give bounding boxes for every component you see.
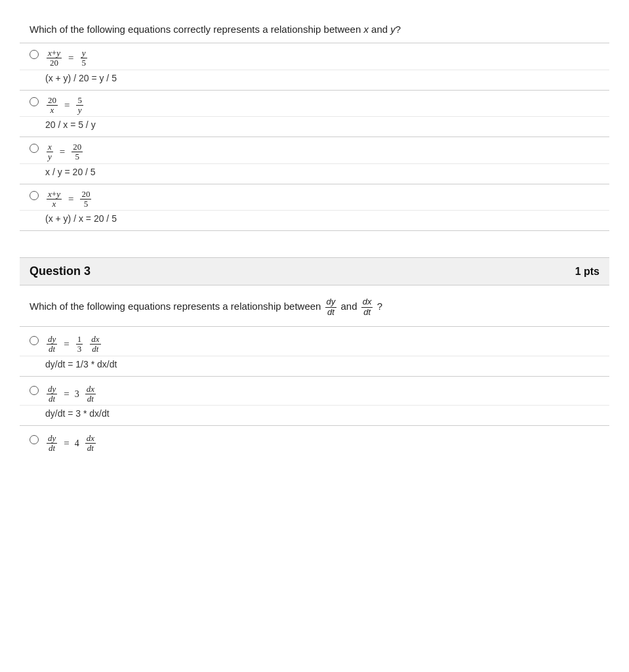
frac-20-x: 20 x bbox=[47, 96, 58, 116]
frac-dy-dt-b: dy dt bbox=[47, 385, 57, 404]
option-q2b-text: 20 / x = 5 / y bbox=[20, 117, 609, 137]
prior-question-block: Which of the following equations correct… bbox=[20, 13, 609, 231]
question3-block: Question 3 1 pts Which of the following … bbox=[20, 257, 609, 454]
option-q2b-row: 20 x = 5 y bbox=[20, 91, 609, 117]
option-q2d-math: x+y x = 20 5 bbox=[45, 190, 92, 209]
option-q3b-radio[interactable] bbox=[30, 386, 39, 398]
option-q2c-text: x / y = 20 / 5 bbox=[20, 164, 609, 184]
option-q2b-math: 20 x = 5 y bbox=[45, 96, 85, 116]
frac-xpy-x: x+y x bbox=[47, 190, 62, 209]
prompt-dx-dt-frac: dx dt bbox=[361, 297, 373, 317]
frac-20-5b: 20 5 bbox=[80, 190, 91, 209]
option-q3c-math: dy dt = 4 dx dt bbox=[45, 434, 97, 453]
option-q2c-row: x y = 20 5 bbox=[20, 137, 609, 164]
option-q2d-radio[interactable] bbox=[30, 191, 39, 203]
option-q2d-text: (x + y) / x = 20 / 5 bbox=[20, 211, 609, 231]
option-q2c-radio[interactable] bbox=[30, 144, 39, 156]
question3-title: Question 3 bbox=[30, 264, 91, 278]
option-q3c-radio[interactable] bbox=[30, 435, 39, 447]
coeff-3: 3 bbox=[75, 386, 79, 402]
option-q3a-radio[interactable] bbox=[30, 336, 39, 348]
frac-20-5: 20 5 bbox=[71, 142, 83, 162]
option-q3b-row: dy dt = 3 dx dt bbox=[20, 377, 609, 406]
frac-5-y: 5 y bbox=[76, 96, 83, 116]
prompt-and-text: and bbox=[341, 301, 360, 312]
prior-question-prompt: Which of the following equations correct… bbox=[20, 13, 609, 43]
spacer2 bbox=[20, 244, 609, 257]
option-q3a-row: dy dt = 1 3 dx dt bbox=[20, 327, 609, 356]
prompt-dy-dt-frac: dy dt bbox=[325, 297, 337, 317]
question3-pts: 1 pts bbox=[575, 266, 599, 278]
option-q3a-text: dy/dt = 1/3 * dx/dt bbox=[20, 356, 609, 377]
frac-x-y: x y bbox=[47, 142, 53, 162]
coeff-4: 4 bbox=[75, 435, 79, 452]
frac-dx-dt-b: dx dt bbox=[85, 385, 96, 404]
spacer1 bbox=[20, 231, 609, 244]
frac-y-5: y 5 bbox=[80, 49, 87, 68]
option-q2d-row: x+y x = 20 5 bbox=[20, 184, 609, 211]
option-q2c-math: x y = 20 5 bbox=[45, 142, 84, 162]
option-q3a-dx-dt: dx dt bbox=[89, 335, 102, 354]
option-q3c-row: dy dt = 4 dx dt bbox=[20, 426, 609, 455]
page-container: Which of the following equations correct… bbox=[0, 0, 629, 468]
frac-dx-dt-c: dx dt bbox=[85, 434, 96, 453]
frac-dy-dt-c: dy dt bbox=[47, 434, 57, 453]
option-q3a-math: dy dt = 1 3 dx dt bbox=[45, 335, 102, 354]
prompt-end-text: ? bbox=[377, 301, 382, 312]
option-q3b-text: dy/dt = 3 * dx/dt bbox=[20, 406, 609, 426]
option-q2a-radio[interactable] bbox=[30, 50, 39, 62]
frac-dy-dt-a: dy dt bbox=[47, 335, 57, 354]
option-q2a-row: x+y 20 = y 5 bbox=[20, 43, 609, 70]
frac-dx-dt-a: dx dt bbox=[90, 335, 100, 354]
option-q2b-radio[interactable] bbox=[30, 97, 39, 109]
option-q2a-text: (x + y) / 20 = y / 5 bbox=[20, 70, 609, 91]
option-q3b-math: dy dt = 3 dx dt bbox=[45, 385, 97, 404]
option-q2a-math: x+y 20 = y 5 bbox=[45, 49, 89, 68]
prompt-start-text: Which of the following equations represe… bbox=[30, 301, 324, 312]
frac-xpy-20: x+y 20 bbox=[47, 49, 62, 68]
frac-1-3: 1 3 bbox=[76, 335, 83, 354]
question3-header: Question 3 1 pts bbox=[20, 257, 609, 285]
question3-prompt: Which of the following equations represe… bbox=[20, 285, 609, 327]
